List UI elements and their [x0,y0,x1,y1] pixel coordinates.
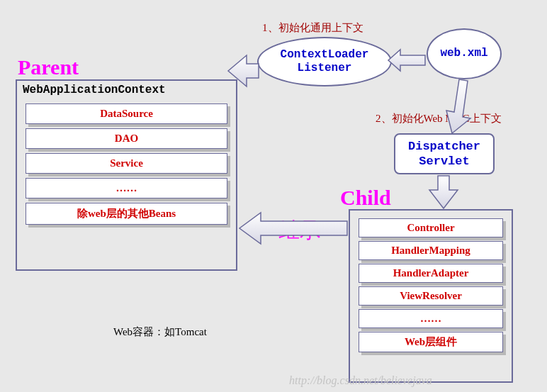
footer-label: Web容器：如Tomcat [113,325,207,339]
dispatcher-servlet-node: Dispatcher Servlet [394,133,495,174]
child-context-box: Controller HandlerMapping HandlerAdapter… [349,209,513,383]
bean-item: …… [26,178,227,198]
bean-item: HandlerMapping [359,241,503,260]
parent-title: Parent [18,55,79,79]
parent-context-header: WebApplicationContext [17,81,236,99]
arrow-ds-to-child [429,176,458,208]
bean-item: ViewResolver [359,286,503,306]
child-title: Child [340,186,391,210]
dispatcher-servlet-label: Dispatcher Servlet [408,139,480,169]
bean-item: 除web层的其他Beans [26,203,227,225]
bean-item: Service [26,153,227,174]
webxml-label: web.xml [440,47,487,60]
bean-item: …… [359,309,503,328]
bean-item: Controller [359,218,503,237]
context-loader-listener-node: ContextLoader Listener [257,37,392,86]
webxml-node: web.xml [427,28,502,79]
bean-item: DAO [26,128,227,149]
arrow-webxml-to-cll [388,50,425,71]
parent-context-box: WebApplicationContext DataSource DAO Ser… [16,79,237,271]
step1-label: 1、初始化通用上下文 [262,21,363,35]
context-loader-listener-label: ContextLoader Listener [281,48,369,75]
bean-item: DataSource [26,103,227,124]
inherit-label: 继承 [278,216,321,245]
step2-label: 2、初始化Web MVC上下文 [376,112,502,125]
bean-item: Web层组件 [359,332,503,352]
bean-item: HandlerAdapter [359,264,503,283]
watermark: http://blog.csdn.net/believejava [289,374,432,387]
